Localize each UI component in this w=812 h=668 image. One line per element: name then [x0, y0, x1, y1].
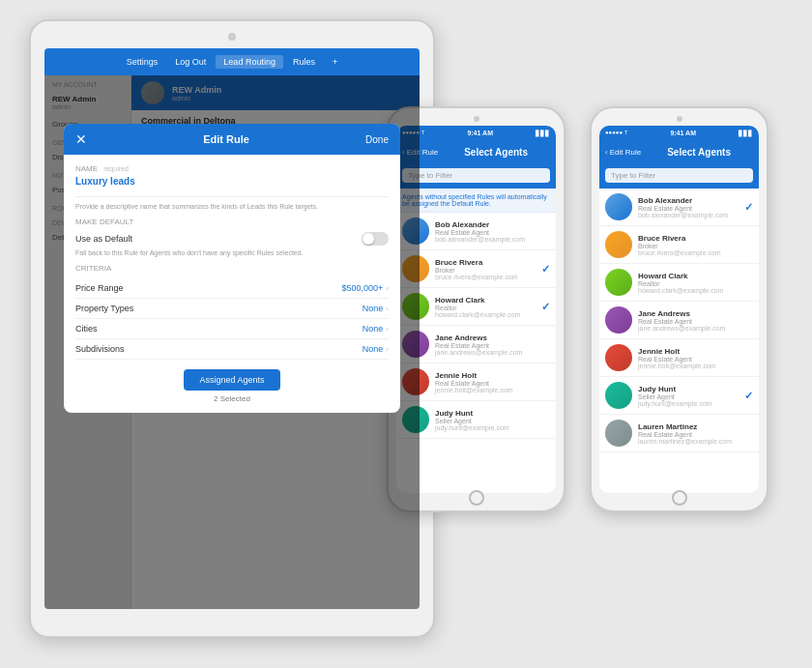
agent-info: Howard Clark Realtor howard.clark@exampl… — [638, 272, 753, 294]
agent-info: Bob Alexander Real Estate Agent bob.alex… — [435, 220, 550, 243]
agent-email: lauren.martinez@example.com — [638, 438, 753, 445]
agent-role: Real Estate Agent — [638, 318, 753, 325]
check-icon: ✓ — [744, 390, 753, 402]
agent-email: jane.andrews@example.com — [435, 349, 550, 356]
settings-tab[interactable]: Settings — [119, 57, 166, 67]
phone-right-filter-input[interactable]: Type to Filter — [605, 168, 753, 183]
agent-role: Broker — [435, 267, 541, 274]
phone-right-camera — [677, 116, 682, 122]
criteria-row[interactable]: Subdivisions None › — [75, 339, 389, 360]
phone-left-time: 9:41 AM — [467, 130, 493, 136]
criteria-value: None › — [362, 304, 389, 313]
phone-right-nav: ‹ Edit Rule Select Agents — [599, 139, 759, 164]
criteria-row[interactable]: Property Types None › — [75, 299, 389, 319]
name-required: required — [103, 165, 129, 172]
logout-tab[interactable]: Log Out — [167, 57, 214, 67]
agent-avatar — [605, 193, 632, 220]
agent-list-item[interactable]: Judy Hunt Seller Agent judy.hunt@example… — [396, 401, 556, 439]
name-description: Provide a descriptive name that summariz… — [75, 203, 389, 210]
phone-left-battery: ▊▊▊ — [536, 130, 550, 136]
phone-right-battery: ▊▊▊ — [739, 130, 753, 136]
criteria-name: Subdivisions — [75, 344, 125, 354]
use-default-toggle[interactable] — [362, 232, 389, 246]
agent-role: Real Estate Agent — [435, 342, 550, 349]
agent-avatar — [605, 382, 632, 409]
agent-name: Howard Clark — [435, 296, 541, 305]
criteria-row[interactable]: Cities None › — [75, 319, 389, 339]
name-value[interactable]: Luxury leads — [75, 176, 389, 187]
criteria-value: None › — [362, 324, 389, 334]
criteria-section-label: CRITERIA — [75, 264, 389, 273]
agent-list-item[interactable]: Jane Andrews Real Estate Agent jane.andr… — [599, 302, 759, 339]
chevron-left-icon-right: ‹ — [605, 148, 608, 157]
lead-routing-tab[interactable]: Lead Routing — [216, 55, 283, 69]
criteria-row[interactable]: Price Range $500,000+ › — [75, 278, 389, 299]
agent-list-item[interactable]: Jennie Holt Real Estate Agent jennie.hol… — [396, 363, 556, 401]
agent-list-item[interactable]: Howard Clark Realtor howard.clark@exampl… — [396, 288, 556, 326]
agent-name: Bruce Rivera — [435, 258, 541, 267]
toggle-label: Use as Default — [75, 234, 132, 244]
agent-name: Judy Hunt — [638, 385, 744, 393]
modal-title: Edit Rule — [203, 133, 249, 145]
agent-list-item[interactable]: Judy Hunt Seller Agent judy.hunt@example… — [599, 377, 759, 415]
agent-list-item[interactable]: Jennie Holt Real Estate Agent jennie.hol… — [599, 339, 759, 377]
tablet-nav-bar: Settings Log Out Lead Routing Rules + — [44, 48, 420, 75]
agent-list-item[interactable]: Bruce Rivera Broker bruce.rivera@example… — [599, 226, 759, 264]
agent-list-item[interactable]: Jane Andrews Real Estate Agent jane.andr… — [396, 326, 556, 363]
modal-header: ✕ Edit Rule Done — [64, 124, 400, 155]
rules-tab[interactable]: Rules — [285, 57, 323, 67]
agent-role: Real Estate Agent — [638, 205, 744, 212]
agent-email: howard.clark@example.com — [435, 311, 541, 318]
phone-left-home[interactable] — [469, 490, 484, 506]
agent-info: Bruce Rivera Broker bruce.rivera@example… — [435, 258, 541, 280]
phone-left-filter-area: Type to Filter — [396, 164, 556, 189]
agent-info: Judy Hunt Seller Agent judy.hunt@example… — [435, 409, 550, 431]
modal-close-button[interactable]: ✕ — [75, 131, 87, 147]
tablet-camera — [228, 33, 236, 41]
phone-right-filter-area: Type to Filter — [599, 164, 759, 189]
phone-right-time: 9:41 AM — [670, 130, 696, 136]
agent-avatar — [605, 306, 632, 334]
phone-right-back-label: Edit Rule — [610, 148, 641, 157]
phone-left-filter-input[interactable]: Type to Filter — [402, 168, 550, 183]
phone-left-nav: ‹ Edit Rule Select Agents — [396, 139, 556, 164]
agent-name: Bob Alexander — [638, 196, 744, 205]
agent-list-item[interactable]: Lauren Martinez Real Estate Agent lauren… — [599, 415, 759, 452]
agent-info: Jane Andrews Real Estate Agent jane.andr… — [435, 334, 550, 356]
check-icon: ✓ — [744, 201, 753, 214]
toggle-row: Use as Default — [75, 232, 389, 246]
phone-right-home[interactable] — [672, 490, 687, 506]
phone-right-back-button[interactable]: ‹ Edit Rule — [605, 148, 641, 157]
assigned-agents-button[interactable]: Assigned Agents — [184, 369, 279, 391]
agent-role: Real Estate Agent — [435, 380, 550, 387]
agent-role: Realtor — [638, 280, 753, 287]
phone-right-nav-title: Select Agents — [645, 147, 753, 158]
agent-info: Judy Hunt Seller Agent judy.hunt@example… — [638, 385, 744, 407]
agent-role: Seller Agent — [435, 418, 550, 424]
agent-list-item[interactable]: Howard Clark Realtor howard.clark@exampl… — [599, 264, 759, 302]
agent-name: Jane Andrews — [435, 334, 550, 342]
phone-left-nav-title: Select Agents — [442, 147, 550, 158]
agent-email: bruce.rivera@example.com — [435, 274, 541, 280]
agent-email: howard.clark@example.com — [638, 287, 753, 294]
agent-email: jennie.holt@example.com — [435, 387, 550, 393]
agent-name: Lauren Martinez — [638, 422, 753, 431]
agent-name: Jane Andrews — [638, 309, 753, 318]
agent-email: bob.alexander@example.com — [638, 212, 744, 218]
agent-list-item[interactable]: Bruce Rivera Broker bruce.rivera@example… — [396, 250, 556, 288]
agent-role: Realtor — [435, 305, 541, 311]
agent-name: Bob Alexander — [435, 220, 550, 229]
modal-done-button[interactable]: Done — [365, 134, 389, 145]
agent-name: Howard Clark — [638, 272, 753, 280]
agent-list-item[interactable]: Bob Alexander Real Estate Agent bob.alex… — [396, 213, 556, 250]
add-rule-button[interactable]: + — [325, 57, 345, 67]
toggle-knob — [362, 233, 374, 245]
agent-role: Broker — [638, 243, 753, 249]
phone-right-agent-list: Bob Alexander Real Estate Agent bob.alex… — [599, 189, 759, 469]
agent-avatar — [605, 269, 632, 296]
agent-email: jennie.holt@example.com — [638, 363, 753, 369]
agent-list-item[interactable]: Bob Alexander Real Estate Agent bob.alex… — [599, 189, 759, 226]
agent-info: Bruce Rivera Broker bruce.rivera@example… — [638, 234, 753, 256]
agent-info: Jennie Holt Real Estate Agent jennie.hol… — [638, 347, 753, 369]
agent-info: Lauren Martinez Real Estate Agent lauren… — [638, 422, 753, 445]
